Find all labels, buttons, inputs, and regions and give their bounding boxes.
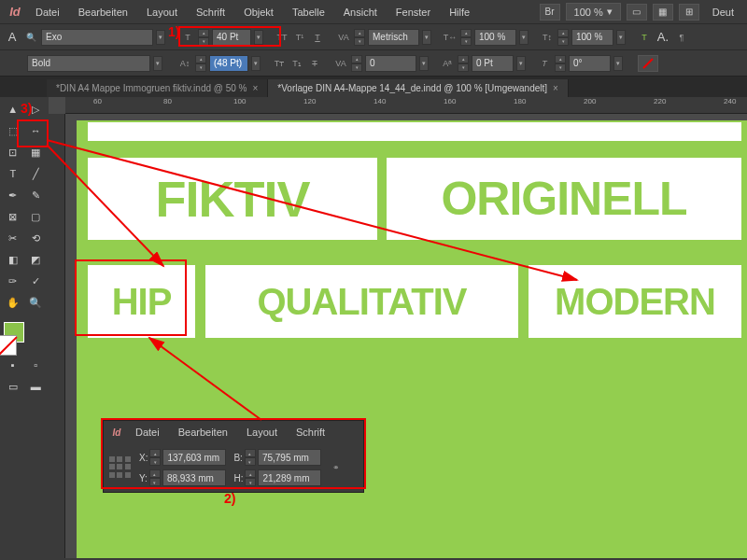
ruler-tick: 60 <box>93 97 102 105</box>
kerning-icon: VA <box>336 30 351 45</box>
type-tool[interactable]: T <box>2 163 24 184</box>
ruler-tick: 160 <box>444 97 456 105</box>
track-dropdown[interactable]: ▾ <box>419 56 429 71</box>
close-icon[interactable]: × <box>553 83 558 93</box>
vertical-ruler <box>49 114 65 558</box>
gradient-tool[interactable]: ◧ <box>2 249 24 270</box>
leading-field[interactable]: (48 Pt) <box>209 55 248 72</box>
lang-label[interactable]: Deut <box>705 4 741 21</box>
baseline-icon: Aª <box>440 56 455 71</box>
menu-hilfe[interactable]: Hilfe <box>442 4 477 21</box>
zoom-tool[interactable]: 🔍 <box>25 292 48 313</box>
skew-stepper[interactable]: ▴▾ <box>555 55 566 72</box>
menu-ansicht[interactable]: Ansicht <box>336 4 385 21</box>
zoom-level[interactable]: 100 %▾ <box>566 3 621 21</box>
apply-none[interactable]: ▫ <box>25 355 48 375</box>
bridge-icon[interactable]: Br <box>540 4 560 21</box>
frame-tool[interactable]: ⊠ <box>2 206 24 227</box>
hscale-dropdown[interactable]: ▾ <box>519 30 529 45</box>
vscale-icon: T↕ <box>540 30 555 45</box>
box-fiktiv[interactable]: FIKTIV <box>88 158 377 240</box>
menu-tabelle[interactable]: Tabelle <box>285 4 332 21</box>
eyedropper-tool[interactable]: ✓ <box>25 271 48 291</box>
weight-dropdown[interactable]: ▾ <box>153 56 162 71</box>
skew-dropdown[interactable]: ▾ <box>613 56 623 71</box>
view-mode-2[interactable]: ▬ <box>25 376 48 397</box>
hscale-icon: T↔ <box>443 30 458 45</box>
fill-icon[interactable]: T <box>637 30 652 45</box>
leading-dropdown[interactable]: ▾ <box>251 56 261 71</box>
kerning-field[interactable]: Metrisch <box>368 29 419 46</box>
tracking-field[interactable]: 0 <box>365 55 416 72</box>
underline-icon[interactable]: T <box>310 30 325 45</box>
white-bar-top[interactable] <box>88 122 741 141</box>
smallcaps-icon[interactable]: Tᴛ <box>272 56 287 71</box>
document-tabs: *DIN A4 Mappe Immogruen fiktiv.indd @ 50… <box>0 77 747 97</box>
menu-schrift[interactable]: Schrift <box>189 4 233 21</box>
tab-1-label: *DIN A4 Mappe Immogruen fiktiv.indd @ 50… <box>56 83 247 93</box>
transform-tool[interactable]: ⟲ <box>25 228 48 248</box>
hscale-stepper[interactable]: ▴▾ <box>460 29 472 46</box>
hand-tool[interactable]: ✋ <box>2 292 24 313</box>
ruler-tick: 180 <box>514 97 526 105</box>
annotation-box-3 <box>17 119 49 147</box>
char-panel-icon[interactable]: A. <box>655 29 671 46</box>
track-stepper[interactable]: ▴▾ <box>351 55 362 72</box>
tab-1[interactable]: *DIN A4 Mappe Immogruen fiktiv.indd @ 50… <box>47 79 268 97</box>
arrange-icon[interactable]: ⊞ <box>679 4 699 21</box>
menu-datei[interactable]: Datei <box>28 4 67 21</box>
strike-icon[interactable]: T <box>307 56 322 71</box>
note-tool[interactable]: ✑ <box>2 271 24 291</box>
tab-2[interactable]: *Vorlage DIN A4-Mappe 14_44_de.indd @ 10… <box>268 79 569 97</box>
line-tool[interactable]: ╱ <box>25 163 48 184</box>
stroke-swatch[interactable] <box>0 335 17 356</box>
leading-icon: A↕ <box>177 56 192 71</box>
font-family-field[interactable]: Exo <box>41 29 153 46</box>
apply-color[interactable]: ▪ <box>2 355 24 375</box>
view-icon[interactable]: ▭ <box>627 4 647 21</box>
kern-dropdown[interactable]: ▾ <box>422 30 431 45</box>
char-mode-icon[interactable]: A <box>4 29 21 46</box>
menu-layout[interactable]: Layout <box>139 4 185 21</box>
box-qualitativ[interactable]: QUALITATIV <box>205 265 518 338</box>
scissors-tool[interactable]: ✂ <box>2 228 24 248</box>
zoom-value: 100 % <box>574 7 603 18</box>
pen-tool[interactable]: ✒ <box>2 185 24 205</box>
vscale-stepper[interactable]: ▴▾ <box>557 29 569 46</box>
view-mode-1[interactable]: ▭ <box>2 376 24 397</box>
close-icon[interactable]: × <box>253 83 259 93</box>
skew-field[interactable]: 0° <box>569 55 611 72</box>
ruler-tick: 120 <box>303 97 316 105</box>
hscale-field[interactable]: 100 % <box>474 29 516 46</box>
annotation-label-2: 2) <box>224 491 235 506</box>
baseline-field[interactable]: 0 Pt <box>472 55 514 72</box>
tracking-icon: VA <box>333 56 348 71</box>
kern-stepper[interactable]: ▴▾ <box>354 29 365 46</box>
superscript-icon[interactable]: T¹ <box>292 30 307 45</box>
tool-panel: ▲▷ ⬚↔ ⊡▦ T╱ ✒✎ ⊠▢ ✂⟲ ◧◩ ✑✓ ✋🔍 ▪▫ ▭▬ <box>0 97 49 558</box>
vscale-field[interactable]: 100 % <box>571 29 613 46</box>
text-qualitativ: QUALITATIV <box>257 281 466 323</box>
no-style-icon[interactable] <box>638 55 658 72</box>
subscript-icon[interactable]: T₁ <box>289 56 304 71</box>
baseline-stepper[interactable]: ▴▾ <box>458 55 469 72</box>
para-icon[interactable]: ¶ <box>674 30 689 45</box>
box-modern[interactable]: MODERN <box>529 265 741 338</box>
leading-stepper[interactable]: ▴▾ <box>195 55 206 72</box>
ruler-tick: 240 <box>724 97 736 105</box>
font-weight-field[interactable]: Bold <box>27 55 150 72</box>
menu-bearbeiten[interactable]: Bearbeiten <box>71 4 135 21</box>
menu-objekt[interactable]: Objekt <box>236 4 281 21</box>
annotation-box-1 <box>178 26 281 47</box>
menu-fenster[interactable]: Fenster <box>388 4 438 21</box>
box-originell[interactable]: ORIGINELL <box>387 158 741 240</box>
vscale-dropdown[interactable]: ▾ <box>616 30 626 45</box>
control-bar-2: Bold ▾ A↕ ▴▾ (48 Pt) ▾ Tᴛ T₁ T VA ▴▾ 0 ▾… <box>0 50 747 77</box>
pencil-tool[interactable]: ✎ <box>25 185 48 205</box>
annotation-label-3: 3) <box>21 101 32 116</box>
screen-icon[interactable]: ▦ <box>653 4 673 21</box>
baseline-dropdown[interactable]: ▾ <box>516 56 526 71</box>
font-dropdown[interactable]: ▾ <box>156 30 165 45</box>
rect-tool[interactable]: ▢ <box>25 206 48 227</box>
swatch-tool[interactable]: ◩ <box>25 249 48 270</box>
